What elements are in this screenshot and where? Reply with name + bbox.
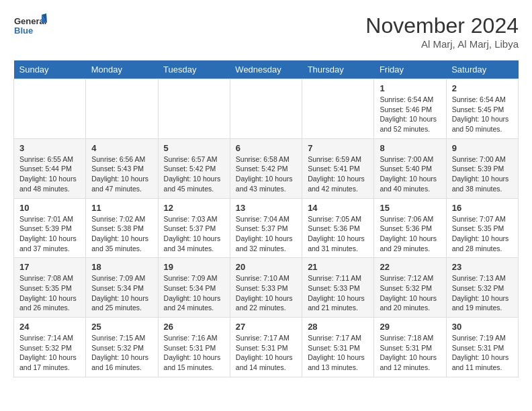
day-info: Sunrise: 6:58 AMSunset: 5:42 PMDaylight:… [236,154,296,194]
day-info: Sunrise: 7:09 AMSunset: 5:34 PMDaylight:… [91,273,152,313]
logo-icon: General Blue [13,13,47,43]
header-wednesday: Wednesday [230,60,302,79]
calendar-cell: 22Sunrise: 7:12 AMSunset: 5:32 PMDayligh… [374,258,446,318]
calendar-cell: 26Sunrise: 7:16 AMSunset: 5:31 PMDayligh… [158,318,230,377]
header-tuesday: Tuesday [158,60,230,79]
calendar-cell: 2Sunrise: 6:54 AMSunset: 5:45 PMDaylight… [446,79,518,139]
logo: General Blue [13,13,47,46]
header-monday: Monday [86,60,158,79]
calendar-cell: 9Sunrise: 7:00 AMSunset: 5:39 PMDaylight… [446,138,518,198]
day-number: 16 [452,203,513,213]
calendar-cell: 24Sunrise: 7:14 AMSunset: 5:32 PMDayligh… [14,318,86,377]
day-info: Sunrise: 7:06 AMSunset: 5:36 PMDaylight:… [380,214,440,254]
day-number: 4 [91,143,152,153]
calendar-cell: 23Sunrise: 7:13 AMSunset: 5:32 PMDayligh… [446,258,518,318]
week-row-3: 10Sunrise: 7:01 AMSunset: 5:39 PMDayligh… [14,198,519,258]
day-info: Sunrise: 7:17 AMSunset: 5:31 PMDaylight:… [236,333,296,373]
day-number: 24 [19,322,80,332]
day-info: Sunrise: 6:54 AMSunset: 5:46 PMDaylight:… [380,95,440,134]
calendar-cell: 8Sunrise: 7:00 AMSunset: 5:40 PMDaylight… [374,138,446,198]
day-number: 14 [308,203,368,213]
calendar-cell: 14Sunrise: 7:05 AMSunset: 5:36 PMDayligh… [302,198,374,258]
day-number: 9 [452,143,513,153]
day-number: 18 [91,262,152,272]
location: Al Marj, Al Marj, Libya [365,38,519,50]
day-number: 21 [308,262,368,272]
day-info: Sunrise: 6:54 AMSunset: 5:45 PMDaylight:… [452,95,513,134]
calendar-cell: 3Sunrise: 6:55 AMSunset: 5:44 PMDaylight… [14,138,86,198]
calendar-cell: 13Sunrise: 7:04 AMSunset: 5:37 PMDayligh… [230,198,302,258]
day-number: 15 [380,203,440,213]
calendar-cell: 21Sunrise: 7:11 AMSunset: 5:33 PMDayligh… [302,258,374,318]
header-thursday: Thursday [302,60,374,79]
day-number: 2 [452,83,513,93]
calendar-cell: 25Sunrise: 7:15 AMSunset: 5:32 PMDayligh… [86,318,158,377]
days-header-row: SundayMondayTuesdayWednesdayThursdayFrid… [14,60,519,79]
calendar-cell [86,79,158,139]
calendar-cell: 17Sunrise: 7:08 AMSunset: 5:35 PMDayligh… [14,258,86,318]
calendar-cell: 19Sunrise: 7:09 AMSunset: 5:34 PMDayligh… [158,258,230,318]
header-saturday: Saturday [446,60,518,79]
day-info: Sunrise: 7:16 AMSunset: 5:31 PMDaylight:… [164,333,224,373]
svg-text:Blue: Blue [14,26,33,36]
calendar-cell: 15Sunrise: 7:06 AMSunset: 5:36 PMDayligh… [374,198,446,258]
day-number: 19 [164,262,224,272]
day-info: Sunrise: 7:17 AMSunset: 5:31 PMDaylight:… [308,333,368,373]
day-number: 28 [308,322,368,332]
day-info: Sunrise: 6:57 AMSunset: 5:42 PMDaylight:… [164,154,224,194]
header-friday: Friday [374,60,446,79]
day-info: Sunrise: 7:07 AMSunset: 5:35 PMDaylight:… [452,214,513,254]
calendar-cell [302,79,374,139]
calendar-cell: 29Sunrise: 7:18 AMSunset: 5:31 PMDayligh… [374,318,446,377]
day-info: Sunrise: 6:56 AMSunset: 5:43 PMDaylight:… [91,154,152,194]
day-number: 3 [19,143,80,153]
day-number: 22 [380,262,440,272]
day-info: Sunrise: 7:04 AMSunset: 5:37 PMDaylight:… [236,214,296,254]
day-number: 12 [164,203,224,213]
week-row-5: 24Sunrise: 7:14 AMSunset: 5:32 PMDayligh… [14,318,519,377]
day-info: Sunrise: 7:13 AMSunset: 5:32 PMDaylight:… [452,273,513,313]
calendar-cell: 16Sunrise: 7:07 AMSunset: 5:35 PMDayligh… [446,198,518,258]
day-info: Sunrise: 7:08 AMSunset: 5:35 PMDaylight:… [19,273,80,313]
calendar-cell: 11Sunrise: 7:02 AMSunset: 5:38 PMDayligh… [86,198,158,258]
day-number: 27 [236,322,296,332]
month-title: November 2024 [365,13,519,38]
calendar-cell: 4Sunrise: 6:56 AMSunset: 5:43 PMDaylight… [86,138,158,198]
day-number: 20 [236,262,296,272]
day-info: Sunrise: 7:14 AMSunset: 5:32 PMDaylight:… [19,333,80,373]
day-info: Sunrise: 7:15 AMSunset: 5:32 PMDaylight:… [91,333,152,373]
week-row-2: 3Sunrise: 6:55 AMSunset: 5:44 PMDaylight… [14,138,519,198]
day-info: Sunrise: 7:00 AMSunset: 5:39 PMDaylight:… [452,154,513,194]
day-number: 26 [164,322,224,332]
week-row-1: 1Sunrise: 6:54 AMSunset: 5:46 PMDaylight… [14,79,519,139]
day-number: 6 [236,143,296,153]
calendar-cell: 27Sunrise: 7:17 AMSunset: 5:31 PMDayligh… [230,318,302,377]
day-info: Sunrise: 7:00 AMSunset: 5:40 PMDaylight:… [380,154,440,194]
calendar-cell: 6Sunrise: 6:58 AMSunset: 5:42 PMDaylight… [230,138,302,198]
day-number: 7 [308,143,368,153]
day-info: Sunrise: 6:59 AMSunset: 5:41 PMDaylight:… [308,154,368,194]
day-info: Sunrise: 7:05 AMSunset: 5:36 PMDaylight:… [308,214,368,254]
calendar-cell: 7Sunrise: 6:59 AMSunset: 5:41 PMDaylight… [302,138,374,198]
day-info: Sunrise: 7:02 AMSunset: 5:38 PMDaylight:… [91,214,152,254]
day-number: 5 [164,143,224,153]
week-row-4: 17Sunrise: 7:08 AMSunset: 5:35 PMDayligh… [14,258,519,318]
day-number: 10 [19,203,80,213]
day-number: 1 [380,83,440,93]
day-number: 23 [452,262,513,272]
page-header: General Blue November 2024 Al Marj, Al M… [13,13,519,50]
calendar-cell: 12Sunrise: 7:03 AMSunset: 5:37 PMDayligh… [158,198,230,258]
day-number: 29 [380,322,440,332]
calendar-cell [14,79,86,139]
calendar-cell: 5Sunrise: 6:57 AMSunset: 5:42 PMDaylight… [158,138,230,198]
day-number: 25 [91,322,152,332]
day-number: 13 [236,203,296,213]
calendar-cell [230,79,302,139]
calendar-cell: 18Sunrise: 7:09 AMSunset: 5:34 PMDayligh… [86,258,158,318]
day-info: Sunrise: 7:10 AMSunset: 5:33 PMDaylight:… [236,273,296,313]
calendar-cell: 30Sunrise: 7:19 AMSunset: 5:31 PMDayligh… [446,318,518,377]
calendar-cell: 20Sunrise: 7:10 AMSunset: 5:33 PMDayligh… [230,258,302,318]
calendar-cell [158,79,230,139]
day-info: Sunrise: 6:55 AMSunset: 5:44 PMDaylight:… [19,154,80,194]
day-info: Sunrise: 7:09 AMSunset: 5:34 PMDaylight:… [164,273,224,313]
